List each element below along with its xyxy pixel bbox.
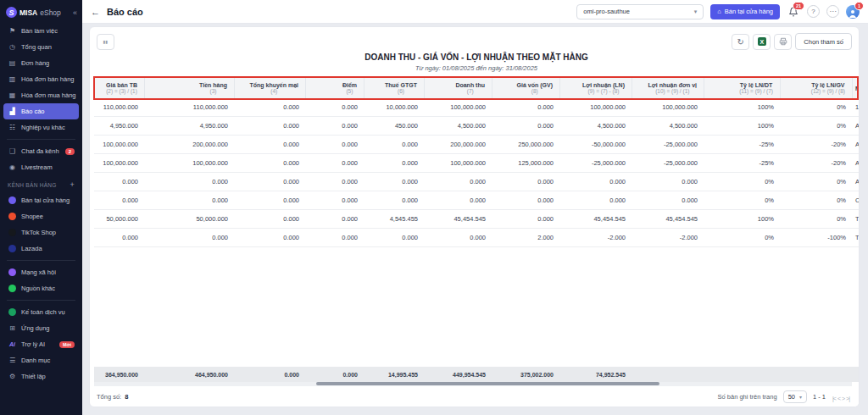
- column-title: Giá bán TB: [106, 82, 137, 88]
- sidebar-item[interactable]: ◷Tổng quan: [3, 39, 79, 55]
- sidebar-item[interactable]: ◉Livestream: [3, 159, 79, 175]
- column-header[interactable]: Giá bán TB(2) = (3) / (1): [94, 78, 145, 98]
- column-header[interactable]: Lợi nhuận đơn vị(10) = (9) / (1): [632, 78, 704, 98]
- pos-button[interactable]: ⌂ Bán tại cửa hàng: [710, 4, 780, 19]
- table-cell: 0.000: [235, 234, 306, 241]
- column-formula: (6): [398, 88, 404, 94]
- column-header[interactable]: Tỷ lệ LN/DT(11) = (9) / (7): [704, 78, 781, 98]
- avatar[interactable]: 1: [846, 5, 860, 19]
- sidebar-item-label: Bán tại cửa hàng: [21, 196, 70, 204]
- table-row[interactable]: 100,000.000100,000.0000.0000.0000.000100…: [94, 154, 859, 173]
- horizontal-scrollbar-track: [94, 382, 852, 386]
- column-header[interactable]: Giá vốn (GV)(8): [492, 78, 560, 98]
- sidebar-item[interactable]: Lazada: [3, 241, 79, 257]
- pagination: Số bản ghi trên trang 50 ▾ 1 - 1 |<<>>|: [718, 389, 850, 404]
- column-header[interactable]: Tiền hàng(3): [145, 78, 235, 98]
- sidebar-item[interactable]: ☷Nghiệp vụ khác: [3, 119, 79, 136]
- column-title: Tỷ lệ LN/DT: [740, 82, 773, 88]
- table-cell: 0%: [704, 178, 781, 185]
- sidebar-item[interactable]: ▥Hóa đơn bán hàng: [3, 71, 79, 87]
- column-formula: (9) = (7) - (8): [587, 88, 619, 94]
- back-icon[interactable]: ←: [91, 7, 100, 17]
- sidebar-item[interactable]: ▦Hóa đơn mua hàng: [3, 87, 79, 103]
- table-row[interactable]: 110,000.000110,000.0000.0000.00010,000.0…: [94, 98, 859, 117]
- table-row[interactable]: 4,950.0004,950.0000.0000.000450.0004,500…: [94, 117, 859, 136]
- sidebar-item[interactable]: Shopee: [3, 208, 79, 224]
- settings-icon: ⚙: [8, 373, 17, 380]
- table-cell: 50,000.000: [145, 215, 235, 223]
- column-header[interactable]: Doanh thu(7): [425, 78, 492, 98]
- sidebar-item-label: Hóa đơn mua hàng: [21, 91, 76, 99]
- table-cell: 45,454.545: [632, 215, 704, 223]
- table-cell: 0.000: [364, 141, 425, 148]
- table-cell: -2.000: [560, 234, 632, 241]
- column-header[interactable]: Thuế GTGT(6): [364, 78, 425, 98]
- page-size-label: Số bản ghi trên trang: [718, 393, 777, 401]
- pos-button-label: Bán tại cửa hàng: [725, 8, 773, 15]
- sidebar-item[interactable]: Bán tại cửa hàng: [3, 192, 79, 208]
- table-cell: 10: [853, 103, 860, 111]
- table-cell: -100%: [781, 234, 853, 241]
- export-excel-button[interactable]: X: [753, 34, 771, 50]
- page-size-select[interactable]: 50 ▾: [783, 390, 807, 403]
- refresh-icon: ↻: [737, 37, 744, 47]
- notifications-button[interactable]: 21: [787, 5, 800, 19]
- horizontal-scrollbar-thumb[interactable]: [316, 382, 659, 385]
- table-cell: 50,000.000: [94, 215, 145, 223]
- print-button[interactable]: [774, 34, 792, 50]
- column-header[interactable]: Lợi nhuận (LN)(9) = (7) - (8): [560, 78, 632, 98]
- page-nav-button[interactable]: >|: [845, 396, 850, 401]
- sidebar-item[interactable]: ☰Danh mục: [3, 352, 79, 368]
- sidebar-item[interactable]: ⊞Ứng dụng: [3, 320, 79, 336]
- table-cell: A: [853, 178, 860, 185]
- table-cell: 45,454.545: [425, 215, 492, 223]
- store-select[interactable]: omi-pro-sauthue ▾: [576, 4, 704, 19]
- table-row[interactable]: 0.0000.0000.0000.0000.0000.0000.0000.000…: [94, 191, 859, 210]
- panel-toggle-button[interactable]: ▮▮: [97, 34, 114, 50]
- sidebar-item[interactable]: ▤Đơn hàng: [3, 55, 79, 71]
- table-cell: 4,500.000: [560, 122, 632, 130]
- column-header[interactable]: Điểm(5): [306, 78, 364, 98]
- sidebar-item-label: Danh mục: [21, 357, 50, 364]
- table-cell: 0.000: [492, 122, 560, 130]
- column-header[interactable]: M: [853, 78, 860, 98]
- table-cell: 125,000.000: [492, 159, 560, 167]
- column-title: Tỷ lệ LN/GV: [811, 82, 844, 88]
- help-button[interactable]: ?: [807, 5, 820, 18]
- table-cell: 4,500.000: [425, 122, 492, 130]
- sidebar-item[interactable]: Nguồn khác: [3, 280, 79, 296]
- column-formula: (10) = (9) / (1): [655, 88, 689, 94]
- sidebar-item[interactable]: ⚙Thiết lập: [3, 368, 79, 385]
- column-title: Lợi nhuận (LN): [582, 82, 625, 88]
- column-header[interactable]: Tỷ lệ LN/GV(12) = (9) / (8): [781, 78, 853, 98]
- more-button[interactable]: ⋯: [826, 5, 839, 18]
- table-cell: 200,000.000: [145, 141, 235, 148]
- sidebar-item[interactable]: Mạng xã hội: [3, 264, 79, 280]
- sidebar-item[interactable]: ▟Báo cáo: [3, 103, 79, 119]
- table-row[interactable]: 0.0000.0000.0000.0000.0000.0002.000-2.00…: [94, 229, 859, 247]
- table-cell: 0.000: [306, 103, 364, 111]
- table-cell: 0%: [704, 196, 781, 204]
- column-header[interactable]: Tổng khuyến mại(4): [235, 78, 306, 98]
- ai-icon: Ai: [8, 341, 17, 347]
- refresh-button[interactable]: ↻: [732, 34, 749, 50]
- table-cell: 0.000: [145, 234, 235, 241]
- sidebar-item[interactable]: ❑Chat đa kênh2: [3, 143, 79, 159]
- sidebar-item[interactable]: Kế toán dịch vụ: [3, 304, 79, 320]
- table-row[interactable]: 50,000.00050,000.0000.0000.0004,545.4554…: [94, 210, 859, 229]
- table-cell: 0.000: [235, 372, 306, 378]
- sidebar-item[interactable]: AiTrợ lý AIMới: [3, 336, 79, 352]
- sidebar-item[interactable]: ⚑Bàn làm việc: [3, 23, 79, 39]
- table-cell: -25,000.000: [632, 159, 704, 167]
- add-channel-icon[interactable]: +: [70, 180, 75, 189]
- report-icon: ▟: [8, 108, 17, 115]
- table-cell: 200,000.000: [425, 141, 492, 148]
- table-cell: -20%: [781, 159, 853, 167]
- choose-params-button[interactable]: Chọn tham số: [795, 33, 852, 50]
- table-row[interactable]: 100,000.000200,000.0000.0000.0000.000200…: [94, 136, 859, 154]
- sidebar-item[interactable]: TikTok Shop: [3, 224, 79, 241]
- table-cell: 0.000: [145, 178, 235, 185]
- table-row[interactable]: 0.0000.0000.0000.0000.0000.0000.0000.000…: [94, 173, 859, 191]
- sidebar-collapse-icon[interactable]: «: [73, 8, 77, 17]
- avatar-badge: 1: [854, 2, 864, 10]
